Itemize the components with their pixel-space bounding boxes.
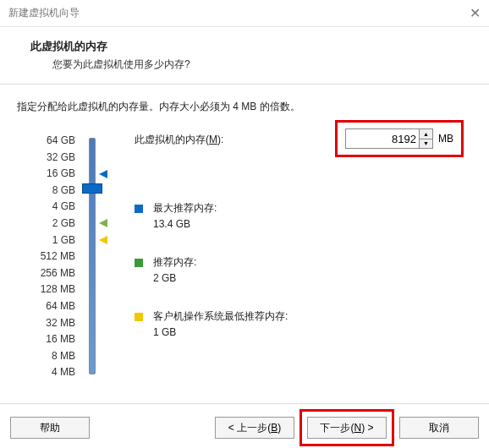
tick-label: 2 GB: [17, 216, 80, 232]
rec-label: 推荐内存:: [153, 255, 196, 270]
tick-label: 16 GB: [17, 166, 80, 183]
tick-label: 4 MB: [17, 364, 80, 381]
help-button[interactable]: 帮助: [10, 417, 90, 439]
highlight-next-button: 下一步(N) >: [299, 409, 394, 446]
tick-label: 32 MB: [17, 315, 80, 332]
min-marker-icon: [99, 236, 107, 244]
tick-label: 128 MB: [17, 281, 80, 298]
memory-area: 64 GB 32 GB 16 GB 8 GB 4 GB 2 GB 1 GB 51…: [17, 133, 472, 382]
max-label: 最大推荐内存:: [153, 201, 217, 216]
max-marker-icon: [99, 170, 107, 178]
rec-marker-icon: [99, 219, 107, 227]
square-icon-yellow: [135, 313, 143, 321]
guest-label: 客户机操作系统最低推荐内存:: [153, 309, 288, 324]
cancel-button[interactable]: 取消: [399, 417, 479, 439]
square-icon-blue: [135, 205, 143, 213]
tick-label: 256 MB: [17, 265, 80, 282]
recommended: 推荐内存: 2 GB: [135, 255, 472, 284]
highlight-memory-input: ▲ ▼ MB: [335, 120, 464, 157]
guest-min: 客户机操作系统最低推荐内存: 1 GB: [135, 309, 472, 338]
memory-input-wrap: ▲ ▼ MB: [335, 120, 464, 157]
tick-label: 4 GB: [17, 199, 80, 216]
slider-thumb[interactable]: [82, 183, 102, 194]
tick-label: 64 MB: [17, 298, 80, 315]
max-value: 13.4 GB: [153, 216, 217, 230]
guest-value: 1 GB: [153, 324, 288, 338]
window-title: 新建虚拟机向导: [8, 6, 447, 20]
tick-label: 16 MB: [17, 331, 80, 348]
slider-track: [89, 138, 96, 374]
max-recommended: 最大推荐内存: 13.4 GB: [135, 201, 472, 230]
memory-slider[interactable]: [80, 133, 131, 382]
spinner-up-icon[interactable]: ▲: [420, 129, 432, 139]
tick-label: 8 GB: [17, 183, 80, 199]
tick-label: 64 GB: [17, 133, 80, 150]
memory-input[interactable]: [345, 128, 420, 149]
memory-label: 此虚拟机的内存(M):: [135, 133, 223, 147]
back-button[interactable]: < 上一步(B): [215, 417, 294, 439]
tick-label: 1 GB: [17, 232, 80, 249]
rec-value: 2 GB: [153, 270, 196, 284]
memory-unit: MB: [433, 133, 453, 145]
close-icon[interactable]: ✕: [447, 5, 481, 21]
tick-label: 8 MB: [17, 348, 80, 365]
wizard-header: 此虚拟机的内存 您要为此虚拟机使用多少内存?: [0, 27, 489, 84]
tick-label: 512 MB: [17, 249, 80, 265]
page-title: 此虚拟机的内存: [30, 39, 467, 54]
square-icon-green: [135, 259, 143, 267]
next-button[interactable]: 下一步(N) >: [307, 417, 387, 439]
memory-spinner[interactable]: ▲ ▼: [420, 128, 433, 149]
recommendations: 最大推荐内存: 13.4 GB 推荐内存: 2 GB 客户机操作系统最低推荐内存…: [135, 201, 472, 338]
titlebar: 新建虚拟机向导 ✕: [0, 0, 489, 27]
scale-labels: 64 GB 32 GB 16 GB 8 GB 4 GB 2 GB 1 GB 51…: [17, 133, 80, 381]
spinner-down-icon[interactable]: ▼: [420, 139, 432, 149]
page-subtitle: 您要为此虚拟机使用多少内存?: [30, 54, 467, 72]
tick-label: 32 GB: [17, 150, 80, 167]
content-area: 指定分配给此虚拟机的内存量。内存大小必须为 4 MB 的倍数。 64 GB 32…: [0, 85, 489, 391]
info-column: 此虚拟机的内存(M): 最大推荐内存: 13.4 GB 推荐内存: 2 GB: [131, 133, 472, 363]
footer: 帮助 < 上一步(B) 下一步(N) > 取消: [0, 403, 489, 448]
